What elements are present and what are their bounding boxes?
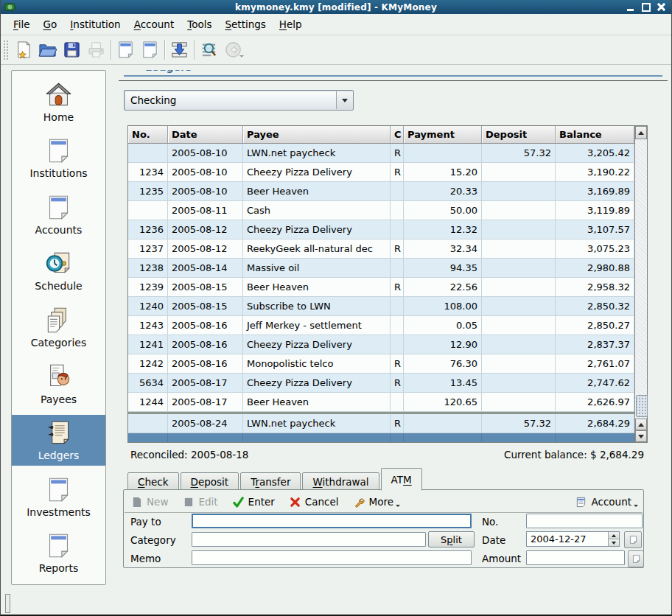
column-header-payee[interactable]: Payee xyxy=(243,126,391,143)
menu-item-settings[interactable]: Settings xyxy=(218,15,272,33)
chevron-down-icon[interactable] xyxy=(336,91,353,109)
cell-payment: 94.35 xyxy=(404,259,482,278)
sidebar-item-ledgers[interactable]: Ledgers xyxy=(12,415,105,466)
toolbar-button-save[interactable] xyxy=(60,38,84,62)
pay-to-input[interactable] xyxy=(192,514,472,528)
register-row[interactable]: 2005-08-24 LWN.net paycheck R 57.32 2,68… xyxy=(128,412,634,433)
toolbar-button-ledger-page[interactable] xyxy=(138,38,162,62)
menu-item-institution[interactable]: Institution xyxy=(63,15,127,33)
tab-deposit[interactable]: Deposit xyxy=(181,472,239,490)
tab-withdrawal[interactable]: Withdrawal xyxy=(302,472,379,490)
form-button-more[interactable]: More xyxy=(354,496,393,508)
cell-cleared xyxy=(391,220,404,239)
scrollbar-thumb[interactable] xyxy=(636,395,648,417)
close-button[interactable] xyxy=(656,2,667,13)
cell-date: 2005-08-11 xyxy=(168,201,243,220)
register-row[interactable]: 1237 2005-08-12 ReekyGeek all-natural de… xyxy=(128,239,634,259)
cell-balance: 2,747.62 xyxy=(556,374,634,393)
toolbar-button-find-transaction[interactable] xyxy=(197,38,221,62)
maximize-button[interactable] xyxy=(640,2,651,13)
column-header-no[interactable]: No. xyxy=(128,126,168,143)
memo-input[interactable] xyxy=(192,550,472,565)
category-input[interactable] xyxy=(192,532,426,547)
form-button-enter[interactable]: Enter xyxy=(233,496,275,508)
date-picker-button[interactable] xyxy=(624,531,642,548)
cell-balance: 3,205.42 xyxy=(556,144,634,163)
register-row[interactable]: 1236 2005-08-12 Cheezy Pizza Delivery 12… xyxy=(128,220,634,239)
column-header-balance[interactable]: Balance xyxy=(556,126,634,143)
column-header-date[interactable]: Date xyxy=(168,126,243,143)
spin-up-button[interactable] xyxy=(609,532,619,539)
cell-cleared xyxy=(391,201,404,220)
titlebar[interactable]: kmymoney.kmy [modified] - KMyMoney xyxy=(1,0,671,14)
scroll-up-button[interactable] xyxy=(635,126,647,139)
cell-balance: 2,684.29 xyxy=(556,414,634,433)
toolbar-button-print[interactable] xyxy=(84,38,108,62)
cell-cleared: R xyxy=(391,239,404,259)
date-input[interactable]: 2004-12-27 xyxy=(526,531,620,547)
register-row[interactable]: 1242 2005-08-16 Monopolistic telco R 76.… xyxy=(128,354,634,374)
scroll-up-button-bottom[interactable] xyxy=(635,419,647,430)
amount-input[interactable] xyxy=(526,550,625,565)
register-row[interactable]: 1239 2005-08-15 Beer Heaven R 22.56 2,95… xyxy=(128,278,634,297)
register-row[interactable]: 1244 2005-08-17 Beer Heaven 120.65 2,626… xyxy=(128,393,634,412)
vertical-scrollbar[interactable] xyxy=(634,126,647,442)
calendar-icon xyxy=(629,535,638,545)
sidebar-item-investments[interactable]: Investments xyxy=(12,472,105,522)
sidebar-item-home[interactable]: Home xyxy=(12,77,105,127)
toolbar-button-new-file[interactable] xyxy=(11,38,35,62)
account-selector[interactable]: Checking xyxy=(124,90,354,111)
menu-item-help[interactable]: Help xyxy=(273,15,309,33)
minimize-button[interactable] xyxy=(625,2,636,13)
column-header-c[interactable]: C xyxy=(391,126,404,143)
tab-transfer[interactable]: Transfer xyxy=(240,472,301,490)
column-header-deposit[interactable]: Deposit xyxy=(482,126,556,143)
menu-item-go[interactable]: Go xyxy=(37,15,64,33)
register-row[interactable]: 2005-08-10 LWN.net paycheck R 57.32 3,20… xyxy=(128,144,634,163)
number-input[interactable] xyxy=(526,514,643,528)
sidebar-scroll-handle[interactable] xyxy=(5,594,10,613)
sidebar-item-categories[interactable]: Categories xyxy=(12,302,105,353)
menu-item-account[interactable]: Account xyxy=(127,15,181,33)
sidebar-item-schedule[interactable]: Schedule xyxy=(12,245,105,296)
spin-down-button[interactable] xyxy=(609,539,619,546)
register-row[interactable]: 2005-08-11 Cash 50.00 3,119.89 xyxy=(128,201,634,220)
sidebar-item-reports[interactable]: Reports xyxy=(12,528,105,578)
register-row[interactable]: 1238 2005-08-14 Massive oil 94.35 2,980.… xyxy=(128,259,634,278)
form-button-new[interactable]: New xyxy=(131,496,168,508)
split-button[interactable]: Split xyxy=(428,531,475,547)
register-row[interactable]: 1240 2005-08-15 Subscribe to LWN 108.00 … xyxy=(128,297,634,316)
form-button-edit[interactable]: Edit xyxy=(183,496,217,508)
tab-check[interactable]: Check xyxy=(127,472,179,490)
toolbar-button-ledger-page[interactable] xyxy=(113,38,138,62)
toolbar-button-import[interactable] xyxy=(167,38,192,62)
sidebar-item-payees[interactable]: Payees xyxy=(12,359,105,410)
account-button[interactable]: Account xyxy=(575,496,631,508)
register-row[interactable]: 5634 2005-08-17 Cheezy Pizza Delivery R … xyxy=(128,374,634,393)
cell-date: 2005-08-24 xyxy=(168,414,243,433)
register-row[interactable]: 1234 2005-08-10 Cheezy Pizza Delivery R … xyxy=(128,163,634,182)
transaction-register: No.DatePayeeCPaymentDepositBalance 2005-… xyxy=(127,125,648,443)
cell-payment: 32.34 xyxy=(404,239,482,259)
cell-date: 2005-08-12 xyxy=(168,220,243,239)
toolbar-button-open-file[interactable] xyxy=(35,38,60,62)
menu-item-file[interactable]: File xyxy=(7,15,37,33)
toolbar-button-back[interactable] xyxy=(221,38,245,62)
new-doc-icon xyxy=(131,497,142,508)
form-button-cancel[interactable]: Cancel xyxy=(290,496,339,508)
scroll-down-button[interactable] xyxy=(635,430,647,442)
register-row[interactable]: 1235 2005-08-10 Beer Heaven 20.33 3,169.… xyxy=(128,182,634,201)
sidebar-item-institutions[interactable]: Institutions xyxy=(12,133,105,183)
register-row[interactable] xyxy=(128,433,634,442)
cell-payment: 0.05 xyxy=(404,316,482,335)
kmymoney-window: kmymoney.kmy [modified] - KMyMoney FileG… xyxy=(0,0,672,616)
calculator-button[interactable] xyxy=(628,550,644,567)
tab-atm[interactable]: ATM xyxy=(381,468,422,491)
register-row[interactable]: 1243 2005-08-16 Jeff Merkey - settlement… xyxy=(128,316,634,335)
menu-item-tools[interactable]: Tools xyxy=(181,15,218,33)
edit-icon xyxy=(183,497,194,508)
register-row[interactable]: 1241 2005-08-16 Cheezy Pizza Delivery 12… xyxy=(128,335,634,354)
column-header-payment[interactable]: Payment xyxy=(404,126,482,143)
toolbar-handle[interactable] xyxy=(3,40,8,60)
sidebar-item-accounts[interactable]: Accounts xyxy=(12,189,105,240)
